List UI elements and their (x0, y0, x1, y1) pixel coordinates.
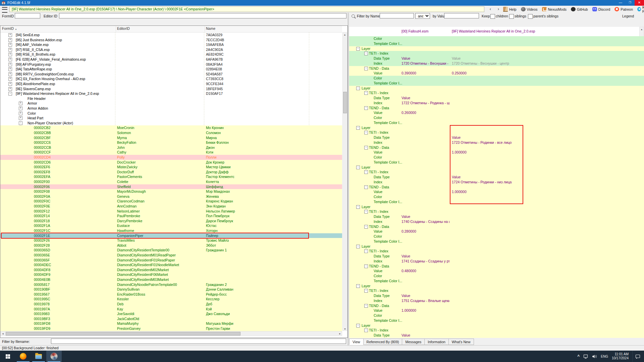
minimize-button[interactable]: — (616, 0, 625, 6)
expander-icon[interactable]: + (19, 107, 22, 110)
expander-icon[interactable]: - (356, 284, 360, 288)
actor-row[interactable]: 00002CBFMyrnaМирна (0, 135, 342, 140)
plugin-row[interactable]: +[9B] RRTV_GoodneighborCondo.esp5D49A587 (0, 72, 342, 77)
filter-value-input[interactable] (444, 13, 479, 18)
expander-icon[interactable]: + (8, 77, 12, 81)
expander-icon[interactable]: - (364, 170, 368, 174)
actor-row[interactable]: 00002CC6BeckyFallonБекки Фэллон (0, 140, 342, 145)
actor-row[interactable]: 00002F12NelsonLatimerНельсон Латимер (0, 209, 342, 214)
view-row[interactable]: -Layer (349, 323, 644, 328)
view-row[interactable]: -Layer (349, 284, 644, 289)
view-row[interactable]: -TETI - Index (349, 249, 644, 254)
actor-row[interactable]: 0000365DDiamondCityResidentTemplate00Гра… (0, 248, 342, 253)
view-row[interactable]: -TETI - Index (349, 90, 644, 96)
view-row[interactable]: Data TypeValue (349, 96, 644, 101)
actor-row[interactable]: 00019978DebДеб (0, 302, 342, 307)
actor-row[interactable]: 00002F18DarcyPembrokeДарси Пемброук (0, 219, 342, 224)
filter-filename-input[interactable] (51, 339, 346, 344)
expander-icon[interactable]: + (8, 72, 12, 76)
plugin-row[interactable]: +[98] RSE_II_Brothels.espAE824D9C (0, 52, 342, 57)
column-header-fallout4[interactable]: [00] Fallout4.esm (401, 29, 429, 33)
view-row[interactable]: Template Color I... (349, 81, 644, 86)
expander-icon[interactable]: - (356, 324, 360, 327)
plugin-row[interactable]: +[9E] SlaversCamp.esp1BFEF945 (0, 86, 342, 92)
actor-row[interactable]: 00002F14PaulPembrokeПол Пемброук (0, 214, 342, 219)
view-row[interactable]: Color (349, 76, 644, 81)
actor-row[interactable]: 00002CB2MoeCroninМо Кронин (0, 125, 342, 130)
toolbar-link-help[interactable]: Help (503, 7, 517, 12)
actor-row[interactable]: 00002EF8DoctorDuffДоктор Дафф (0, 170, 342, 175)
view-row[interactable]: -TETI - Index (349, 51, 644, 56)
tray-chevron-icon[interactable]: ^ (577, 354, 580, 359)
plugin-row[interactable]: +[9A] TatsAfterRape.esp02894E08 (0, 67, 342, 72)
expander-icon[interactable]: + (8, 38, 12, 42)
expander-icon[interactable]: - (364, 185, 368, 189)
actor-row[interactable]: 00019983JoeSavoldiДжо Савольди (0, 311, 342, 316)
actor-row[interactable]: 00004E0BDiamondCityResidentM03Market (0, 277, 342, 282)
actor-row[interactable]: 00002EF6MisterZwickyМистер Цвикки (0, 165, 342, 170)
expander-icon[interactable]: + (8, 82, 12, 86)
expander-icon[interactable]: - (19, 121, 22, 125)
view-row[interactable]: Color (349, 36, 644, 41)
actor-row[interactable]: 00002F28AbbotЭббот (0, 243, 342, 248)
expander-icon[interactable]: - (364, 52, 368, 55)
scrollbar-thumb[interactable] (6, 332, 240, 336)
expander-icon[interactable]: + (8, 67, 12, 71)
scroll-up-icon[interactable]: ▲ (343, 33, 347, 37)
tab-what-s-new[interactable]: What's New (449, 339, 474, 345)
tab-messages[interactable]: Messages (402, 339, 425, 345)
scrollbar-thumb[interactable] (343, 92, 347, 113)
editorid-input[interactable] (59, 13, 346, 18)
actor-row[interactable]: 00002EFAPastorClementsПастор Клементс (0, 174, 342, 179)
view-row[interactable]: Color (349, 234, 644, 239)
view-row[interactable]: -TETI - Index (349, 328, 644, 333)
actor-row[interactable]: 00002CD6DocCrockerДок Крокер (0, 160, 342, 165)
actor-row[interactable]: 00004DECDiamondCityResidentF01NoodleMark… (0, 262, 342, 267)
group-row[interactable]: +Armor Addon (0, 106, 342, 111)
view-row[interactable]: Template Color I... (349, 120, 644, 125)
view-row[interactable]: -TEND - Data (349, 66, 644, 71)
network-icon[interactable] (583, 354, 588, 359)
expander-icon[interactable]: + (8, 58, 12, 61)
hamburger-menu-icon[interactable] (2, 7, 7, 13)
view-row[interactable]: -TEND - Data (349, 224, 644, 229)
group-row[interactable]: +Color (0, 111, 342, 116)
view-row[interactable]: -TETI - Index (349, 288, 644, 293)
expander-icon[interactable]: + (8, 33, 12, 37)
plugin-row[interactable]: +[FE 02B] AAF_Violate_Feral_Animations.e… (0, 57, 342, 62)
expander-icon[interactable]: - (356, 245, 360, 248)
view-row[interactable]: Template Color I... (349, 318, 644, 323)
column-header-wasteland[interactable]: [9F] Wasteland Heroines Replacer All in … (452, 29, 535, 33)
actor-row[interactable]: 00004DF8DiamondCityResidentM02Market (0, 267, 342, 273)
view-row[interactable]: -Layer (349, 244, 644, 249)
tab-view[interactable]: View (349, 339, 364, 345)
expander-icon[interactable]: - (364, 67, 368, 70)
toolbar-link-github[interactable]: GitHub (571, 7, 588, 11)
group-row[interactable]: -Non-Player Character (Actor) (0, 121, 342, 126)
actor-row[interactable]: 00002CCBJohnДжон (0, 145, 342, 150)
view-row[interactable]: Index1740 Ссадины - Ссадины на ще... (349, 219, 644, 224)
actor-row[interactable]: 00002F00ColetteКолетта (0, 179, 342, 184)
actor-row[interactable]: 0001997AKayКэй (0, 307, 342, 312)
filter-operator-select[interactable]: and (415, 13, 430, 19)
expander-icon[interactable]: - (364, 304, 368, 308)
start-button[interactable] (0, 351, 15, 362)
actor-row[interactable]: 000190BFDannySullivanДэнни Салливан (0, 287, 342, 292)
actor-row[interactable]: 00019FD9PrestonGarveyПрестон Гарви (0, 326, 342, 331)
volume-icon[interactable] (592, 354, 597, 359)
actor-row[interactable]: 00019567EncRaider01BossРейдер-босс (0, 292, 342, 297)
taskbar-item-explorer[interactable] (31, 351, 46, 362)
view-row[interactable]: Template Color I... (349, 279, 644, 284)
left-horizontal-scrollbar[interactable]: ◄ ► (0, 331, 342, 336)
notification-center-button[interactable] (632, 351, 643, 362)
view-row[interactable]: Index1751 Ссадины - Впалые щеки (349, 298, 644, 303)
view-row[interactable]: Data TypeValue (349, 254, 644, 259)
scroll-left-icon[interactable]: ◄ (1, 331, 5, 336)
view-row[interactable]: Template Color I... (349, 239, 644, 244)
actor-row[interactable]: 00002F1AEustaceЮстас (0, 223, 342, 228)
column-header-formid[interactable]: FormID ▲ (2, 26, 17, 31)
actor-row[interactable]: 00002F26TravisMilesТрэвис Майлз (0, 238, 342, 243)
plugin-row[interactable]: -[9F] Wasteland Heroines Replacer All in… (0, 91, 342, 96)
toolbar-link-discord[interactable]: Discord (592, 7, 610, 11)
expander-icon[interactable]: - (356, 47, 360, 51)
